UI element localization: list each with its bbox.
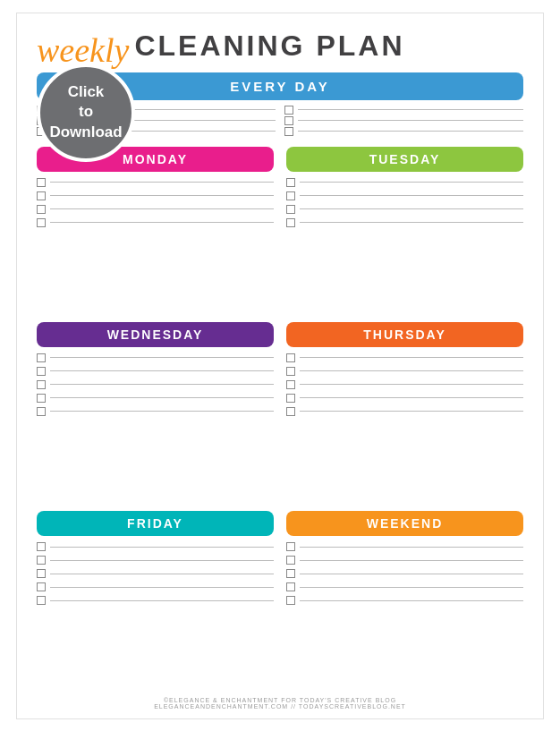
- checkbox[interactable]: [37, 596, 46, 605]
- checkbox[interactable]: [37, 569, 46, 578]
- check-line: [300, 370, 523, 371]
- checkbox[interactable]: [286, 407, 295, 416]
- day-header-wednesday: WEDNESDAY: [37, 322, 274, 347]
- checkbox[interactable]: [286, 367, 295, 376]
- check-line: [300, 208, 523, 209]
- check-line: [50, 560, 274, 561]
- check-row: [37, 367, 274, 376]
- check-line: [298, 120, 523, 121]
- checkbox[interactable]: [286, 556, 295, 565]
- check-line: [50, 222, 274, 223]
- checkbox[interactable]: [286, 380, 295, 389]
- day-section-friday: FRIDAY: [37, 511, 274, 693]
- days-grid: MONDAYTUESDAYWEDNESDAYTHURSDAYFRIDAYWEEK…: [37, 147, 523, 693]
- check-row: [286, 407, 523, 416]
- check-line: [300, 600, 523, 601]
- check-row: [37, 380, 274, 389]
- check-row: [37, 556, 274, 565]
- check-row: [37, 569, 274, 578]
- day-header-weekend: WEEKEND: [286, 511, 523, 536]
- check-row: [286, 596, 523, 605]
- day-section-weekend: WEEKEND: [286, 511, 523, 693]
- download-line1: Click: [68, 82, 105, 102]
- check-line: [50, 587, 274, 588]
- check-row: [37, 542, 274, 551]
- day-header-friday: FRIDAY: [37, 511, 274, 536]
- every-day-section: Click to Download EVERY DAY: [37, 72, 523, 138]
- check-line: [300, 547, 523, 548]
- checkbox[interactable]: [286, 353, 295, 362]
- checkbox[interactable]: [286, 582, 295, 591]
- checkbox[interactable]: [37, 394, 46, 403]
- check-row: [286, 367, 523, 376]
- check-line: [50, 208, 274, 209]
- check-row: [286, 178, 523, 187]
- check-row: [286, 556, 523, 565]
- day-section-wednesday: WEDNESDAY: [37, 322, 274, 504]
- checkbox[interactable]: [286, 218, 295, 227]
- checkbox[interactable]: [37, 556, 46, 565]
- check-row: [286, 582, 523, 591]
- checkbox[interactable]: [37, 542, 46, 551]
- checkbox[interactable]: [37, 205, 46, 214]
- check-row: [37, 582, 274, 591]
- checkbox[interactable]: [286, 542, 295, 551]
- checkbox[interactable]: [286, 191, 295, 200]
- check-row: [37, 596, 274, 605]
- footer-line2: ELEGANCEANDENCHANTMENT.COM // TODAYSCREA…: [37, 703, 523, 710]
- check-row: [286, 218, 523, 227]
- check-line: [300, 411, 523, 412]
- title-area: weekly CLEANING PLAN: [37, 30, 523, 64]
- checkbox[interactable]: [286, 394, 295, 403]
- check-row: [286, 380, 523, 389]
- checkbox[interactable]: [37, 353, 46, 362]
- check-row: [284, 116, 523, 125]
- checkbox[interactable]: [37, 218, 46, 227]
- checkbox[interactable]: [284, 127, 293, 136]
- check-line: [300, 182, 523, 183]
- check-row: [286, 394, 523, 403]
- check-line: [50, 547, 274, 548]
- check-line: [298, 109, 523, 110]
- every-day-right: [284, 106, 523, 138]
- day-header-thursday: THURSDAY: [286, 322, 523, 347]
- check-row: [37, 205, 274, 214]
- check-row: [286, 191, 523, 200]
- checkbox[interactable]: [37, 178, 46, 187]
- checkbox[interactable]: [37, 191, 46, 200]
- check-line: [300, 560, 523, 561]
- check-row: [286, 542, 523, 551]
- checkbox[interactable]: [286, 596, 295, 605]
- checkbox[interactable]: [284, 106, 293, 115]
- check-line: [300, 397, 523, 398]
- download-line3: Download: [49, 123, 122, 142]
- check-line: [300, 384, 523, 385]
- download-line2: to: [79, 102, 93, 122]
- checkbox[interactable]: [286, 205, 295, 214]
- check-row: [37, 407, 274, 416]
- check-row: [37, 218, 274, 227]
- check-line: [300, 195, 523, 196]
- check-line: [50, 357, 274, 358]
- day-header-tuesday: TUESDAY: [286, 147, 523, 172]
- check-row: [286, 569, 523, 578]
- check-line: [300, 357, 523, 358]
- day-section-monday: MONDAY: [37, 147, 274, 315]
- check-line: [50, 397, 274, 398]
- checkbox[interactable]: [286, 569, 295, 578]
- check-line: [50, 574, 274, 574]
- check-line: [300, 222, 523, 223]
- check-line: [50, 182, 274, 183]
- page: weekly CLEANING PLAN Click to Download E…: [16, 13, 544, 719]
- checkbox[interactable]: [286, 178, 295, 187]
- check-row: [286, 205, 523, 214]
- checkbox[interactable]: [37, 367, 46, 376]
- check-row: [37, 394, 274, 403]
- download-circle[interactable]: Click to Download: [37, 64, 135, 162]
- check-line: [300, 587, 523, 588]
- check-line: [300, 574, 523, 574]
- checkbox[interactable]: [37, 380, 46, 389]
- checkbox[interactable]: [37, 582, 46, 591]
- checkbox[interactable]: [284, 116, 293, 125]
- checkbox[interactable]: [37, 407, 46, 416]
